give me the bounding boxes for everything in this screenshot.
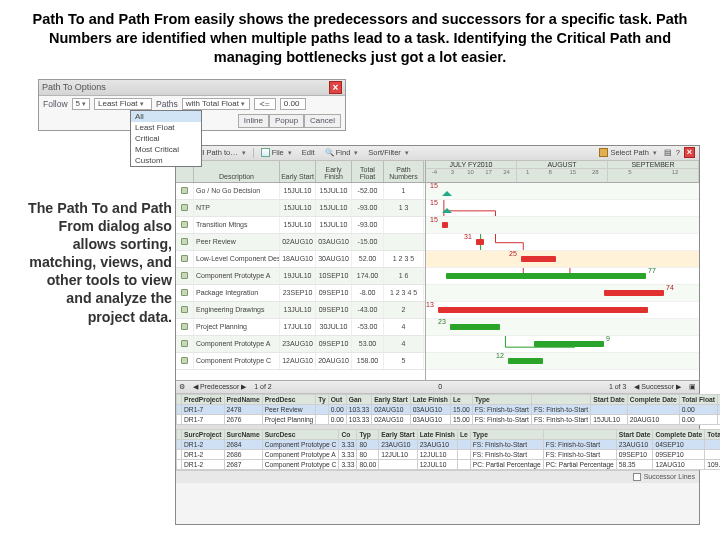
- gantt-bar[interactable]: [442, 203, 452, 213]
- col-header[interactable]: PredName: [224, 394, 262, 404]
- table-row[interactable]: Peer Review02AUG1003AUG10-15.00: [176, 234, 425, 251]
- col-header[interactable]: Ty: [316, 394, 328, 404]
- successor-lines-label: Successor Lines: [644, 473, 695, 480]
- table-row[interactable]: Go / No Go Decision15JUL1015JUL10-52.001: [176, 183, 425, 200]
- select-path-button[interactable]: Select Path: [596, 147, 659, 159]
- col-header[interactable]: Gan: [346, 394, 371, 404]
- col-header[interactable]: Type: [472, 394, 531, 404]
- gantt-bar[interactable]: [442, 222, 448, 228]
- col-header[interactable]: Type: [470, 429, 543, 439]
- gantt-bar[interactable]: [438, 307, 648, 313]
- col-header[interactable]: Complete Date: [627, 394, 679, 404]
- col-header[interactable]: Early Start: [372, 394, 410, 404]
- col-header[interactable]: SurcName: [224, 429, 262, 439]
- task-icon: [181, 221, 188, 228]
- sort-dropdown[interactable]: Least Float: [94, 98, 152, 110]
- bar-label: 13: [426, 301, 434, 308]
- sort-dropdown-list[interactable]: All Least Float Critical Most Critical C…: [130, 110, 202, 167]
- sort-filter-menu[interactable]: Sort/Filter: [365, 147, 412, 159]
- edit-menu[interactable]: Edit: [299, 147, 318, 159]
- bar-label: 77: [648, 267, 656, 274]
- table-row[interactable]: Project Planning17JUL1030JUL10-53.004: [176, 319, 425, 336]
- close-icon[interactable]: ×: [329, 81, 342, 94]
- col-early-start[interactable]: Early Start: [280, 161, 316, 182]
- table-row[interactable]: Transition Mtngs15JUL1015JUL10-93.00: [176, 217, 425, 234]
- gantt-bar[interactable]: [534, 341, 604, 347]
- gantt-bar[interactable]: [442, 186, 452, 196]
- table-row[interactable]: DR1-72676Project Planning0.00103.3302AUG…: [177, 414, 721, 424]
- path-to-options-dialog: Path To Options × Follow 5 Least Float P…: [38, 79, 346, 131]
- sort-option-all[interactable]: All: [131, 111, 201, 122]
- col-path-numbers[interactable]: Path Numbers: [384, 161, 424, 182]
- col-header[interactable]: Early Start: [379, 429, 417, 439]
- col-header[interactable]: Out: [328, 394, 346, 404]
- table-row[interactable]: DR1-22687Component Prototype C3.3380.001…: [177, 459, 721, 469]
- col-header[interactable]: PredProject: [182, 394, 225, 404]
- gantt-chart[interactable]: JULY FY2010-43101724AUGUST181528SEPTEMBE…: [426, 161, 699, 380]
- pred-succ-toolbar: ⚙ ◀ Predecessor ▶ 1 of 2 0 1 of 3 ◀ Succ…: [176, 381, 699, 394]
- inline-button[interactable]: Inline: [238, 114, 269, 128]
- gantt-bar[interactable]: [521, 256, 556, 262]
- col-description[interactable]: Description: [194, 161, 280, 182]
- col-header[interactable]: Le: [457, 429, 470, 439]
- tools-icon[interactable]: ⚙: [179, 383, 185, 391]
- col-header[interactable]: Le: [450, 394, 472, 404]
- gantt-bar[interactable]: [508, 358, 543, 364]
- cancel-button[interactable]: Cancel: [304, 114, 341, 128]
- table-row[interactable]: NTP15JUL1015JUL10-93.001 3: [176, 200, 425, 217]
- table-row[interactable]: DR1-22686Component Prototype A3.338012JU…: [177, 449, 721, 459]
- sort-option-most-critical[interactable]: Most Critical: [131, 144, 201, 155]
- table-row[interactable]: Component Prototype C12AUG1020AUG10158.0…: [176, 353, 425, 370]
- paths-dropdown[interactable]: with Total Float: [182, 98, 250, 110]
- col-total-float[interactable]: Total Float: [352, 161, 384, 182]
- col-header[interactable]: Complete Date: [653, 429, 705, 439]
- popup-button[interactable]: Popup: [269, 114, 304, 128]
- gantt-bar[interactable]: [604, 290, 664, 296]
- gantt-bar[interactable]: [446, 273, 646, 279]
- task-icon: [181, 187, 188, 194]
- expand-icon[interactable]: ▣: [689, 383, 696, 391]
- col-header[interactable]: Co: [339, 429, 357, 439]
- sort-option-critical[interactable]: Critical: [131, 133, 201, 144]
- col-header[interactable]: Total Float: [679, 394, 717, 404]
- window-close-icon[interactable]: ×: [684, 147, 695, 158]
- col-header[interactable]: PredDesc: [262, 394, 316, 404]
- col-header[interactable]: SurcDesc: [262, 429, 339, 439]
- table-row[interactable]: DR1-72478Peer Review0.00103.3302AUG1003A…: [177, 404, 721, 414]
- status-bar: Successor Lines: [176, 470, 699, 483]
- col-header[interactable]: Total Float: [705, 429, 720, 439]
- bar-label: 12: [496, 352, 504, 359]
- gantt-bar[interactable]: [450, 324, 500, 330]
- file-menu[interactable]: File: [258, 147, 295, 159]
- find-menu[interactable]: 🔍Find: [322, 147, 362, 159]
- col-header[interactable]: SurcProject: [182, 429, 225, 439]
- page-heading: Path To and Path From easily shows the p…: [0, 0, 720, 75]
- lte-input[interactable]: 0.00: [280, 98, 306, 110]
- bar-label: 9: [606, 335, 610, 342]
- table-row[interactable]: Component Prototype A19JUL1010SEP10174.0…: [176, 268, 425, 285]
- table-row[interactable]: Engineering Drawings13JUL1009SEP10-43.00…: [176, 302, 425, 319]
- col-header[interactable]: Start Date: [616, 429, 653, 439]
- table-row[interactable]: Component Prototype A23AUG1009SEP1053.00…: [176, 336, 425, 353]
- col-header[interactable]: Late Finish: [417, 429, 457, 439]
- sort-option-least-float[interactable]: Least Float: [131, 122, 201, 133]
- predecessor-label[interactable]: Predecessor: [200, 383, 239, 390]
- tool-icon[interactable]: ▤: [664, 148, 672, 157]
- col-header[interactable]: Late Finish: [410, 394, 450, 404]
- table-row[interactable]: Package Integration23SEP1009SEP10-8.001 …: [176, 285, 425, 302]
- col-header[interactable]: Typ: [357, 429, 379, 439]
- sort-option-custom[interactable]: Custom: [131, 155, 201, 166]
- col-header[interactable]: [531, 394, 590, 404]
- table-row[interactable]: DR1-22684Component Prototype C3.338023AU…: [177, 439, 721, 449]
- successor-label[interactable]: Successor: [641, 383, 674, 390]
- table-row[interactable]: Low-Level Component Design18AUG1030AUG10…: [176, 251, 425, 268]
- col-header[interactable]: [543, 429, 616, 439]
- month-header: AUGUST181528: [517, 161, 608, 182]
- gantt-bar[interactable]: [476, 239, 484, 245]
- follow-dropdown[interactable]: 5: [72, 98, 90, 110]
- col-header[interactable]: Start Date: [591, 394, 628, 404]
- col-early-finish[interactable]: Early Finish: [316, 161, 352, 182]
- help-icon[interactable]: ?: [676, 148, 680, 157]
- successor-lines-checkbox[interactable]: [633, 473, 641, 481]
- task-icon: [181, 323, 188, 330]
